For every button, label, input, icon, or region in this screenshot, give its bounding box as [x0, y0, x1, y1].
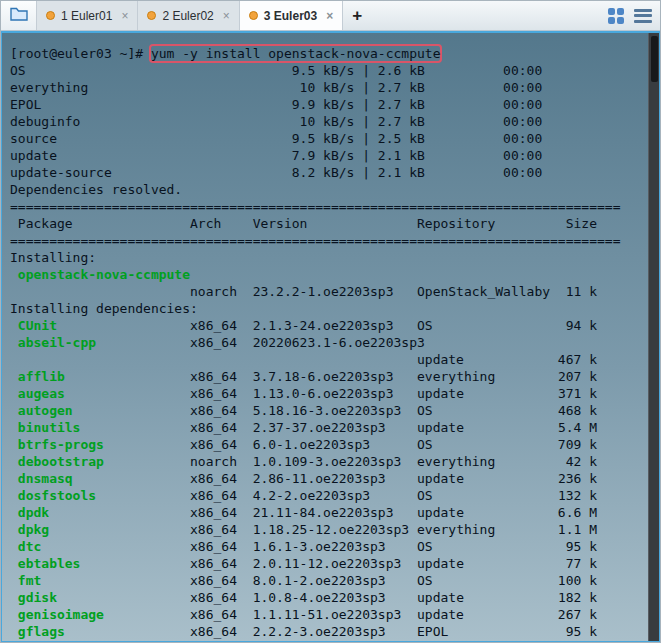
terminal-line: ebtables x86_64 2.0.11-12.oe2203sp3 upda… [10, 555, 643, 572]
tab-bar-tools [608, 1, 660, 30]
tab-label: 1 Euler01 [61, 9, 112, 23]
tab-euler02[interactable]: 2 Euler02 × [138, 1, 239, 30]
terminal-line: dtc x86_64 1.6.1-3.oe2203sp3 OS 95 k [10, 538, 643, 555]
scrollbar-thumb[interactable] [651, 36, 658, 82]
terminal-line: fmt x86_64 8.0.1-2.oe2203sp3 OS 100 k [10, 572, 643, 589]
terminal-line: gflags x86_64 2.2.2-3.oe2203sp3 EPOL 95 … [10, 623, 643, 640]
terminal-line: binutils x86_64 2.37-37.oe2203sp3 update… [10, 419, 643, 436]
terminal-line: Dependencies resolved. [10, 181, 643, 198]
terminal-line: [root@euler03 ~]# yum -y install opensta… [10, 45, 643, 62]
tab-close-icon[interactable]: × [223, 10, 230, 22]
terminal-line: source 9.5 kB/s | 2.5 kB 00:00 [10, 130, 643, 147]
tab-close-icon[interactable]: × [326, 10, 333, 22]
terminal-line: augeas x86_64 1.13.0-6.oe2203sp3 update … [10, 385, 643, 402]
split-view-icon[interactable] [608, 8, 624, 24]
new-tab-button[interactable]: + [343, 1, 371, 30]
terminal-line: update 7.9 kB/s | 2.1 kB 00:00 [10, 147, 643, 164]
terminal-line: dpdk x86_64 21.11-84.oe2203sp3 update 6.… [10, 504, 643, 521]
terminal-line: dpkg x86_64 1.18.25-12.oe2203sp3 everyth… [10, 521, 643, 538]
tab-euler01[interactable]: 1 Euler01 × [37, 1, 138, 30]
terminal-line: OS 9.5 kB/s | 2.6 kB 00:00 [10, 62, 643, 79]
terminal-line: CUnit x86_64 2.1.3-24.oe2203sp3 OS 94 k [10, 317, 643, 334]
terminal-line: autogen x86_64 5.18.16-3.oe2203sp3 OS 46… [10, 402, 643, 419]
terminal-line: debootstrap noarch 1.0.109-3.oe2203sp3 e… [10, 453, 643, 470]
folder-icon [10, 7, 28, 25]
mobaxterm-window: 1 Euler01 × 2 Euler02 × 3 Euler03 × + [r… [0, 0, 661, 643]
tab-euler03[interactable]: 3 Euler03 × [240, 1, 343, 30]
terminal-line: gdisk x86_64 1.0.8-4.oe2203sp3 update 18… [10, 589, 643, 606]
terminal-line: Installing dependencies: [10, 300, 643, 317]
terminal-line: EPOL 9.9 kB/s | 2.7 kB 00:00 [10, 96, 643, 113]
tab-bar: 1 Euler01 × 2 Euler02 × 3 Euler03 × + [1, 1, 660, 31]
session-status-icon [147, 11, 156, 20]
terminal-line: update-source 8.2 kB/s | 2.1 kB 00:00 [10, 164, 643, 181]
terminal-line: debuginfo 10 kB/s | 2.7 kB 00:00 [10, 113, 643, 130]
terminal-line: dosfstools x86_64 4.2-2.oe2203sp3 OS 132… [10, 487, 643, 504]
terminal-line: ========================================… [10, 232, 643, 249]
terminal-line: afflib x86_64 3.7.18-6.oe2203sp3 everyth… [10, 368, 643, 385]
terminal[interactable]: [root@euler03 ~]# yum -y install opensta… [1, 31, 660, 642]
tab-bar-spacer [371, 1, 608, 30]
terminal-line: btrfs-progs x86_64 6.0-1.oe2203sp3 OS 70… [10, 436, 643, 453]
terminal-scrollbar[interactable] [648, 33, 659, 641]
tab-label: 2 Euler02 [162, 9, 213, 23]
terminal-line: ========================================… [10, 198, 643, 215]
tab-label: 3 Euler03 [264, 9, 317, 23]
tab-close-icon[interactable]: × [121, 10, 128, 22]
terminal-line: Installing: [10, 249, 643, 266]
sessions-list-icon[interactable] [634, 9, 652, 23]
terminal-line: update 467 k [10, 351, 643, 368]
terminal-line: everything 10 kB/s | 2.7 kB 00:00 [10, 79, 643, 96]
session-status-icon [249, 11, 258, 20]
session-status-icon [46, 11, 55, 20]
terminal-line: abseil-cpp x86_64 20220623.1-6.oe2203sp3 [10, 334, 643, 351]
terminal-line: noarch 23.2.2-1.oe2203sp3 OpenStack_Wall… [10, 283, 643, 300]
terminal-line: genisoimage x86_64 1.1.11-51.oe2203sp3 u… [10, 606, 643, 623]
terminal-line: dnsmasq x86_64 2.86-11.oe2203sp3 update … [10, 470, 643, 487]
terminal-line: openstack-nova-ccmpute [10, 266, 643, 283]
terminal-line: Package Arch Version Repository Size [10, 215, 643, 232]
sessions-folder-button[interactable] [1, 1, 37, 30]
terminal-output: [root@euler03 ~]# yum -y install opensta… [2, 33, 659, 640]
